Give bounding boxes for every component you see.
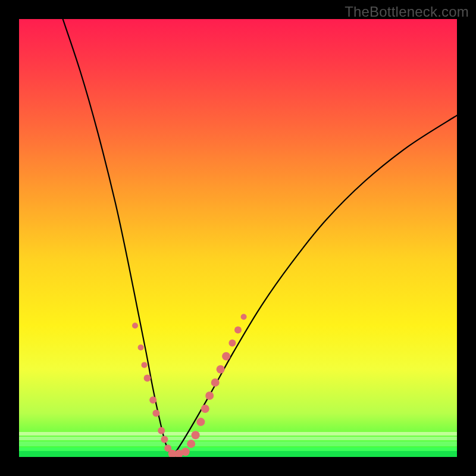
- marker-dot: [181, 447, 190, 456]
- watermark-text: TheBottleneck.com: [345, 4, 469, 20]
- chart-frame: TheBottleneck.com: [0, 0, 476, 476]
- marker-dot: [217, 365, 225, 374]
- marker-dot: [211, 378, 220, 387]
- marker-dot: [241, 314, 247, 320]
- marker-dot: [192, 431, 200, 439]
- marker-dot: [158, 427, 165, 434]
- curve-left-branch: [63, 19, 173, 457]
- marker-dot: [152, 409, 159, 416]
- marker-dot: [142, 362, 148, 368]
- marker-dot: [222, 352, 230, 361]
- marker-dot: [196, 418, 205, 426]
- curve-svg: [19, 19, 457, 457]
- marker-dot: [161, 436, 168, 443]
- plot-area: [19, 19, 457, 457]
- curve-right-branch: [173, 115, 457, 457]
- marker-dot: [187, 440, 195, 448]
- marker-dot: [228, 340, 236, 347]
- marker-dot: [149, 396, 156, 403]
- marker-dot: [144, 375, 151, 382]
- marker-dots: [132, 314, 247, 458]
- marker-dot: [234, 327, 242, 334]
- marker-dot: [205, 392, 214, 400]
- marker-dot: [138, 345, 144, 350]
- marker-dot: [201, 405, 209, 413]
- marker-dot: [132, 322, 138, 328]
